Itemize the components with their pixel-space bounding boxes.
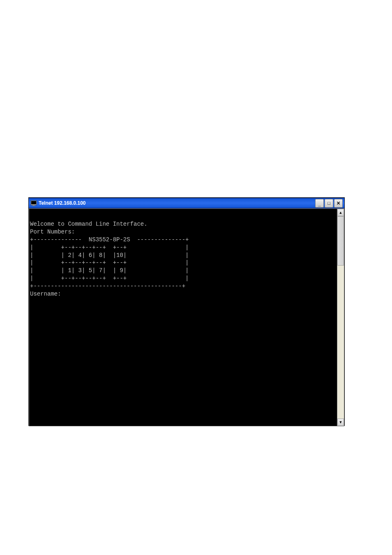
terminal-line: | | 2| 4| 6| 8| |10| | <box>30 252 336 259</box>
terminal-line: Port Numbers: <box>30 228 336 236</box>
minimize-button[interactable]: _ <box>315 199 324 208</box>
terminal-line: | +--+--+--+--+ +--+ | <box>30 244 336 252</box>
terminal-wrapper: Welcome to Command Line Interface.Port N… <box>29 208 344 426</box>
telnet-window: Telnet 192.168.0.100 _ □ × Welcome to Co… <box>28 197 345 426</box>
window-controls: _ □ × <box>315 199 343 208</box>
svg-rect-1 <box>31 201 36 204</box>
close-button[interactable]: × <box>334 199 343 208</box>
window-title: Telnet 192.168.0.100 <box>39 200 315 206</box>
terminal-output[interactable]: Welcome to Command Line Interface.Port N… <box>29 208 337 426</box>
maximize-button[interactable]: □ <box>325 199 333 208</box>
scroll-thumb[interactable] <box>337 216 344 266</box>
username-prompt-label: Username: <box>30 291 65 297</box>
scroll-up-button[interactable]: ▲ <box>337 209 344 216</box>
titlebar[interactable]: Telnet 192.168.0.100 _ □ × <box>29 198 344 208</box>
terminal-line: | +--+--+--+--+ +--+ | <box>30 275 336 282</box>
terminal-line: | +--+--+--+--+ +--+ | <box>30 259 336 267</box>
terminal-line: +---------------------------------------… <box>30 282 336 290</box>
scrollbar[interactable]: ▲ ▼ <box>337 208 344 426</box>
terminal-line: Welcome to Command Line Interface. <box>30 220 336 228</box>
scroll-down-button[interactable]: ▼ <box>337 419 344 426</box>
terminal-line: | | 1| 3| 5| 7| | 9| | <box>30 267 336 275</box>
svg-rect-2 <box>33 205 35 206</box>
terminal-line: +-------------- NS3552-8P-2S -----------… <box>30 236 336 244</box>
scroll-track[interactable] <box>337 216 344 419</box>
terminal-icon <box>30 200 37 206</box>
svg-rect-3 <box>32 206 35 206</box>
